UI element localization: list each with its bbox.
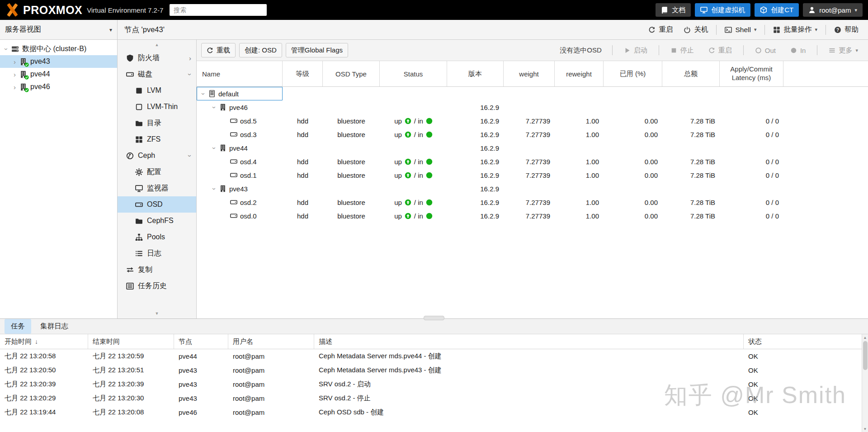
osd-cell-used: 0.00 xyxy=(604,155,662,168)
column-header-version[interactable]: 版本 xyxy=(447,61,504,86)
osd-out-button[interactable]: Out xyxy=(750,43,781,57)
column-header-used[interactable]: 已用 (%) xyxy=(604,61,662,86)
stop-osd-button[interactable]: 停止 xyxy=(665,43,699,57)
column-header-description[interactable]: 描述 xyxy=(314,334,744,349)
task-row[interactable]: 七月 22 13:20:39七月 22 13:20:39pve43root@pa… xyxy=(0,377,868,391)
tree-item-pve43[interactable]: ›pve43 xyxy=(0,55,117,68)
caret-down-icon: ▾ xyxy=(109,27,112,33)
collapse-icon[interactable]: › xyxy=(200,90,208,98)
column-header-status[interactable]: Status xyxy=(380,61,447,86)
menu-item-replication[interactable]: 复制 xyxy=(118,261,196,278)
reload-button[interactable]: 重载 xyxy=(201,43,236,57)
create-vm-button[interactable]: 创建虚拟机 xyxy=(695,3,750,17)
column-header-reweight[interactable]: reweight xyxy=(555,61,604,86)
osd-row-name: pve43 xyxy=(229,185,248,193)
scroll-up-icon[interactable]: ▲ xyxy=(862,334,868,341)
column-header-end-time[interactable]: 结束时间 xyxy=(88,334,174,349)
shell-button[interactable]: Shell ▾ xyxy=(720,23,761,37)
menu-item-lvm[interactable]: LVM xyxy=(118,82,196,99)
view-selector[interactable]: 服务器视图 ▾ xyxy=(0,20,118,39)
osd-cell-version xyxy=(447,87,504,100)
column-header-username[interactable]: 用户名 xyxy=(228,334,314,349)
log-scrollbar[interactable]: ▲ ▼ xyxy=(862,334,868,432)
osd-cell-total xyxy=(662,100,720,114)
column-header-osd-type[interactable]: OSD Type xyxy=(323,61,380,86)
osd-row-default[interactable]: ›default xyxy=(197,87,868,100)
task-row[interactable]: 七月 22 13:19:44七月 22 13:20:08pve46root@pa… xyxy=(0,405,868,419)
node-reboot-button[interactable]: 重启 xyxy=(643,22,678,38)
osd-row-osd.5[interactable]: osd.5hddbluestoreup/ in16.2.97.277391.00… xyxy=(197,114,868,128)
create-ct-button[interactable]: 创建CT xyxy=(755,3,799,17)
scrollbar-thumb[interactable] xyxy=(863,341,868,370)
menu-item-ceph[interactable]: Ceph› xyxy=(118,147,196,164)
task-row[interactable]: 七月 22 13:20:29七月 22 13:20:30pve43root@pa… xyxy=(0,391,868,405)
column-header-name[interactable]: Name xyxy=(197,61,283,86)
menu-item-pools[interactable]: Pools xyxy=(118,229,196,245)
menu-item-task-history[interactable]: 任务历史 xyxy=(118,278,196,294)
osd-in-button[interactable]: In xyxy=(785,43,811,57)
menu-item-ceph-monitor[interactable]: 监视器 xyxy=(118,180,196,196)
disk-icon xyxy=(230,212,237,219)
create-osd-button[interactable]: 创建: OSD xyxy=(239,43,282,57)
collapse-icon[interactable]: › xyxy=(211,185,218,193)
tree-item-pve44[interactable]: ›pve44 xyxy=(0,68,117,81)
menu-item-disks[interactable]: 磁盘› xyxy=(118,66,196,82)
menu-item-firewall[interactable]: 防火墙› xyxy=(118,50,196,66)
expand-icon[interactable]: › xyxy=(11,83,19,91)
start-osd-button[interactable]: 启动 xyxy=(618,43,653,57)
collapse-icon[interactable]: › xyxy=(186,73,194,76)
documentation-button[interactable]: 文档 xyxy=(656,3,691,17)
expand-icon[interactable]: › xyxy=(11,58,19,66)
osd-row-pve44[interactable]: ›pve4416.2.9 xyxy=(197,141,868,155)
osd-cell-total xyxy=(662,141,720,155)
osd-row-pve43[interactable]: ›pve4316.2.9 xyxy=(197,182,868,195)
menu-item-ceph-osd[interactable]: OSD xyxy=(118,196,196,213)
collapse-icon[interactable]: › xyxy=(211,103,218,111)
menu-item-zfs[interactable]: ZFS xyxy=(118,131,196,147)
menu-scroll-down-icon[interactable]: ▼ xyxy=(118,309,196,318)
menu-item-cephfs[interactable]: CephFS xyxy=(118,213,196,229)
global-search-input[interactable] xyxy=(170,4,267,16)
expand-icon[interactable]: › xyxy=(189,54,191,62)
more-button[interactable]: 更多 ▾ xyxy=(823,43,863,57)
column-header-status[interactable]: 状态 xyxy=(744,334,868,349)
menu-item-directory[interactable]: 目录 xyxy=(118,115,196,131)
osd-row-osd.0[interactable]: osd.0hddbluestoreup/ in16.2.97.277391.00… xyxy=(197,209,868,223)
tab-cluster-log[interactable]: 集群日志 xyxy=(34,319,75,334)
help-button[interactable]: ? 帮助 xyxy=(829,22,863,38)
osd-row-osd.4[interactable]: osd.4hddbluestoreup/ in16.2.97.277391.00… xyxy=(197,155,868,168)
menu-item-lvm-thin[interactable]: LVM-Thin xyxy=(118,99,196,115)
column-header-class[interactable]: 等级 xyxy=(283,61,323,86)
tree-item-datacenter[interactable]: ›数据中心 (cluster-B) xyxy=(0,43,117,55)
expand-icon[interactable]: › xyxy=(11,71,19,78)
tree-item-pve46[interactable]: ›pve46 xyxy=(0,81,117,93)
osd-row-pve46[interactable]: ›pve4616.2.9 xyxy=(197,100,868,114)
column-header-start-time[interactable]: 开始时间 ↓ xyxy=(0,334,88,349)
collapse-icon[interactable]: › xyxy=(211,144,218,152)
column-header-node[interactable]: 节点 xyxy=(174,334,228,349)
tab-tasks[interactable]: 任务 xyxy=(5,319,31,334)
bulk-actions-button[interactable]: 批量操作 ▾ xyxy=(768,22,822,38)
menu-scroll-up-icon[interactable]: ▲ xyxy=(118,40,196,50)
user-menu-button[interactable]: root@pam ▾ xyxy=(803,3,863,17)
task-row[interactable]: 七月 22 13:20:58七月 22 13:20:59pve44root@pa… xyxy=(0,349,868,363)
restart-osd-button[interactable]: 重启 xyxy=(703,43,737,57)
tree-item-label: 数据中心 (cluster-B) xyxy=(22,44,86,54)
osd-row-osd.2[interactable]: osd.2hddbluestoreup/ in16.2.97.277391.00… xyxy=(197,195,868,209)
scroll-down-icon[interactable]: ▼ xyxy=(862,426,868,432)
collapse-icon[interactable]: › xyxy=(3,45,10,53)
splitter-handle[interactable] xyxy=(424,316,444,320)
menu-item-ceph-log[interactable]: 日志 xyxy=(118,245,196,261)
caret-down-icon: ▾ xyxy=(754,27,757,33)
disk-icon xyxy=(135,201,143,209)
column-header-weight[interactable]: weight xyxy=(504,61,555,86)
osd-row-osd.1[interactable]: osd.1hddbluestoreup/ in16.2.97.277391.00… xyxy=(197,168,868,182)
column-header-total[interactable]: 总额 xyxy=(662,61,720,86)
task-row[interactable]: 七月 22 13:20:50七月 22 13:20:51pve43root@pa… xyxy=(0,363,868,377)
menu-item-ceph-config[interactable]: 配置 xyxy=(118,164,196,180)
node-shutdown-button[interactable]: 关机 xyxy=(679,22,713,38)
manage-global-flags-button[interactable]: 管理Global Flags xyxy=(286,43,348,57)
osd-row-osd.3[interactable]: osd.3hddbluestoreup/ in16.2.97.277391.00… xyxy=(197,128,868,141)
collapse-icon[interactable]: › xyxy=(186,155,194,157)
column-header-latency[interactable]: Apply/Commit Latency (ms) xyxy=(720,61,783,86)
